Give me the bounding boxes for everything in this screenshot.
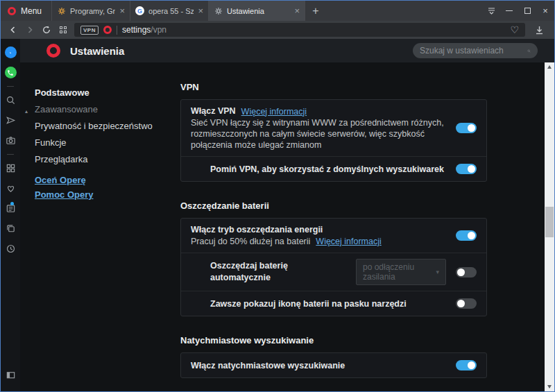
settings-search[interactable] — [413, 43, 538, 58]
setting-row-auto-battery: Oszczędzaj baterię automatycznie po odłą… — [181, 253, 486, 291]
scroll-down-arrow[interactable] — [545, 382, 554, 391]
nav-item-podstawowe[interactable]: Podstawowe — [20, 87, 174, 99]
nav-item-prywatnosc[interactable]: Prywatność i bezpieczeństwo — [20, 121, 174, 132]
back-icon[interactable] — [5, 25, 22, 35]
setting-label: Pomiń VPN, aby skorzystać z domyślnych w… — [210, 164, 444, 174]
enable-vpn-toggle[interactable] — [456, 123, 477, 133]
setting-row-instant-search: Włącz natychmiastowe wyszukiwanie — [181, 353, 486, 377]
setting-label: Włącz VPN — [191, 105, 236, 117]
section-title-instant-search: Natychmiastowe wyszukiwanie — [180, 335, 554, 346]
vpn-badge[interactable]: VPN — [80, 26, 99, 35]
scrollbar-thumb[interactable] — [545, 207, 554, 237]
reload-icon[interactable] — [38, 25, 55, 35]
opera-help-link[interactable]: Pomoc Opery — [20, 189, 174, 201]
settings-search-input[interactable] — [420, 46, 527, 56]
addressbar: VPN settings/vpn ♡ — [1, 21, 554, 39]
tab-menu-icon[interactable] — [482, 1, 500, 21]
sidebar-divider — [7, 86, 14, 87]
tab-strip: Programy, Gry, Kodeki, An × G opera 55 -… — [51, 1, 305, 21]
browser-window: Menu Programy, Gry, Kodeki, An × G opera… — [0, 0, 555, 392]
gear-icon — [214, 6, 223, 15]
search-icon — [527, 46, 531, 56]
messenger-icon[interactable] — [5, 42, 17, 62]
auto-battery-toggle[interactable] — [456, 267, 477, 278]
minimize-button[interactable] — [500, 1, 518, 21]
setting-row-battery-saver: Włącz tryb oszczędzania energii Pracuj d… — [181, 219, 486, 253]
setting-row-battery-icon: Zawsze pokazuj ikonę baterii na pasku na… — [181, 291, 486, 316]
scroll-up-arrow[interactable] — [545, 62, 554, 71]
tabs-icon[interactable] — [6, 219, 16, 239]
menu-label: Menu — [21, 6, 42, 16]
setting-label: Włącz tryb oszczędzania energii — [191, 224, 446, 236]
vpn-card: Włącz VPN Więcej informacji Sieć VPN łąc… — [180, 99, 487, 182]
setting-label: Włącz natychmiastowe wyszukiwanie — [191, 361, 345, 370]
download-icon[interactable] — [531, 25, 547, 35]
tab-close-icon[interactable]: × — [294, 8, 300, 15]
battery-card: Włącz tryb oszczędzania energii Pracuj d… — [180, 218, 487, 316]
close-button[interactable]: × — [536, 1, 554, 21]
bookmark-heart-icon[interactable]: ♡ — [510, 25, 519, 35]
more-info-link[interactable]: Więcej informacji — [316, 237, 381, 246]
battery-saver-toggle[interactable] — [456, 230, 477, 241]
tab-close-icon[interactable]: × — [198, 8, 203, 15]
speed-dial-icon[interactable] — [55, 26, 71, 33]
setting-row-enable-vpn: Włącz VPN Więcej informacji Sieć VPN łąc… — [181, 100, 486, 156]
section-title-battery: Oszczędzanie baterii — [180, 201, 554, 211]
battery-mode-dropdown[interactable]: po odłączeniu zasilania ▾ — [356, 259, 446, 285]
my-flow-icon[interactable] — [6, 110, 16, 130]
tab-label: Ustawienia — [227, 7, 290, 15]
tab-close-icon[interactable]: × — [119, 8, 125, 15]
url-field[interactable]: VPN settings/vpn ♡ — [74, 23, 525, 37]
page-title: Ustawienia — [70, 45, 124, 57]
opera-menu-button[interactable]: Menu — [1, 1, 51, 21]
notification-dot — [10, 202, 14, 205]
rate-opera-link[interactable]: Oceń Operę — [20, 175, 174, 186]
history-icon[interactable] — [6, 239, 16, 259]
url-text: settings/vpn — [122, 25, 166, 35]
gear-icon — [57, 6, 66, 15]
more-info-link[interactable]: Więcej informacji — [241, 107, 307, 117]
sidebar-setup-icon[interactable] — [6, 365, 16, 385]
speed-dial-icon[interactable] — [6, 158, 16, 178]
new-tab-button[interactable]: + — [305, 1, 326, 21]
bypass-vpn-toggle[interactable] — [456, 164, 477, 174]
chevron-down-icon: ▾ — [436, 269, 439, 275]
setting-label: Oszczędzaj baterię automatycznie — [210, 260, 338, 284]
settings-page: Ustawienia Podstawowe ▴Zaawansowane Pryw… — [20, 39, 554, 391]
settings-header: Ustawienia — [20, 39, 554, 62]
nav-item-funkcje[interactable]: Funkcje — [20, 137, 174, 148]
forward-icon[interactable] — [22, 25, 38, 35]
personal-news-icon[interactable] — [6, 198, 16, 219]
bookmarks-heart-icon[interactable] — [6, 178, 16, 198]
settings-content: VPN Włącz VPN Więcej informacji Sieć VPN… — [174, 62, 554, 391]
scrollbar[interactable] — [545, 62, 554, 391]
tab-label: opera 55 - Szukaj w Goog — [148, 7, 194, 15]
setting-label: Zawsze pokazuj ikonę baterii na pasku na… — [210, 299, 407, 309]
tab-ustawienia-active[interactable]: Ustawienia × — [208, 1, 305, 21]
tab-google-search[interactable]: G opera 55 - Szukaj w Goog × — [130, 1, 208, 21]
search-icon[interactable] — [6, 90, 16, 110]
sidebar-divider — [7, 154, 14, 155]
battery-icon-toggle[interactable] — [456, 298, 477, 309]
nav-item-przegladarka[interactable]: Przeglądarka — [20, 154, 174, 165]
whatsapp-icon[interactable] — [5, 62, 17, 83]
url-separator — [117, 26, 117, 35]
tab-label: Programy, Gry, Kodeki, An — [70, 7, 115, 15]
collapse-arrow-icon: ▴ — [25, 106, 28, 117]
app-sidebar — [1, 39, 20, 391]
opera-logo-icon — [8, 7, 16, 15]
snapshot-icon[interactable] — [6, 130, 16, 151]
instant-search-toggle[interactable] — [456, 360, 477, 370]
window-controls: × — [482, 1, 554, 21]
setting-description: Sieć VPN łączy się z witrynami WWW za po… — [191, 117, 446, 151]
opera-logo-icon — [46, 44, 60, 58]
instant-search-card: Włącz natychmiastowe wyszukiwanie — [180, 352, 487, 378]
titlebar: Menu Programy, Gry, Kodeki, An × G opera… — [1, 1, 554, 21]
setting-description: Pracuj do 50% dłużej na baterii — [191, 236, 310, 247]
tab-programy[interactable]: Programy, Gry, Kodeki, An × — [51, 1, 130, 21]
setting-row-bypass-vpn: Pomiń VPN, aby skorzystać z domyślnych w… — [181, 156, 486, 181]
opera-page-icon — [103, 26, 112, 34]
nav-item-zaawansowane[interactable]: ▴Zaawansowane — [20, 104, 174, 115]
google-icon: G — [135, 6, 144, 15]
maximize-button[interactable] — [518, 1, 536, 21]
